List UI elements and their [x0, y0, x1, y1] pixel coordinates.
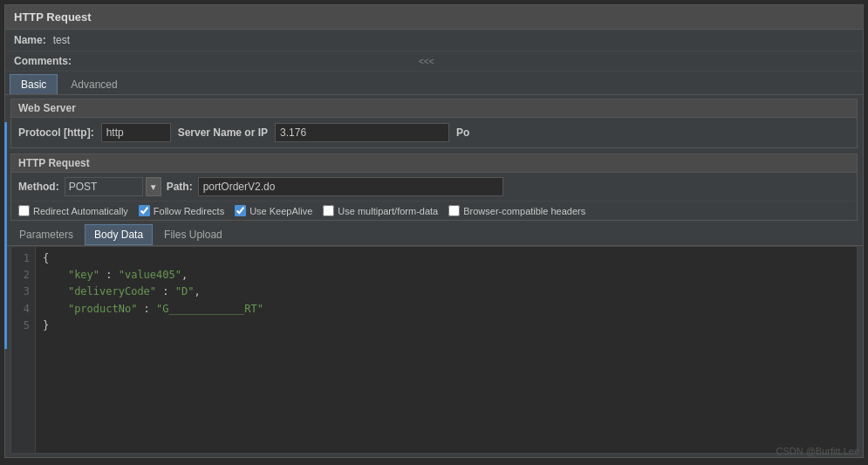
- checkbox-redirect-auto: Redirect Automatically: [18, 205, 128, 216]
- comments-arrows: <<<: [419, 57, 434, 66]
- code-editor: 1 2 3 4 5 { "key" : "value405", "deliver…: [10, 246, 858, 454]
- name-value: test: [53, 34, 70, 46]
- path-label: Path:: [167, 181, 193, 193]
- method-select[interactable]: POST GET PUT DELETE: [65, 177, 143, 196]
- line-num-1: 1: [24, 252, 30, 264]
- checkbox-multipart-input[interactable]: [323, 205, 334, 216]
- line-num-5: 5: [24, 319, 30, 332]
- tab-parameters[interactable]: Parameters: [10, 224, 83, 245]
- code-body[interactable]: { "key" : "value405", "deliveryCode" : "…: [36, 247, 857, 453]
- checkbox-follow-redirects: Follow Redirects: [139, 205, 224, 216]
- http-request-title: HTTP Request: [11, 154, 857, 173]
- tab-files-upload[interactable]: Files Upload: [154, 224, 232, 245]
- comments-label: Comments:: [14, 55, 72, 67]
- checkbox-browser-compat: Browser-compatible headers: [448, 205, 585, 216]
- line-numbers: 1 2 3 4 5: [11, 247, 36, 453]
- method-select-wrap: POST GET PUT DELETE ▼: [65, 177, 161, 196]
- tab-advanced[interactable]: Advanced: [59, 74, 128, 94]
- protocol-label: Protocol [http]:: [18, 127, 94, 139]
- watermark: CSDN @Burfitt.Lee: [776, 446, 859, 456]
- checkbox-redirect-auto-input[interactable]: [18, 205, 30, 216]
- path-input[interactable]: [198, 177, 503, 196]
- checkbox-redirect-auto-label: Redirect Automatically: [33, 206, 128, 216]
- checkbox-browser-compat-input[interactable]: [448, 205, 460, 216]
- checkbox-browser-compat-label: Browser-compatible headers: [463, 206, 585, 216]
- main-tabs: Basic Advanced: [5, 72, 863, 95]
- tab-basic[interactable]: Basic: [10, 74, 58, 94]
- web-server-title: Web Server: [11, 99, 857, 118]
- tab-body-data[interactable]: Body Data: [85, 224, 153, 245]
- name-label: Name:: [14, 34, 46, 46]
- checkbox-keepalive-input[interactable]: [235, 205, 246, 216]
- web-server-section: Web Server Protocol [http]: Server Name …: [10, 99, 858, 148]
- checkboxes-row: Redirect Automatically Follow Redirects …: [11, 201, 857, 220]
- line-num-4: 4: [24, 303, 30, 315]
- protocol-input[interactable]: [101, 123, 171, 142]
- checkbox-multipart-label: Use multipart/form-data: [338, 206, 438, 216]
- server-input[interactable]: [275, 123, 449, 142]
- checkbox-keepalive-label: Use KeepAlive: [249, 206, 312, 216]
- http-request-inner: Method: POST GET PUT DELETE ▼ Path:: [11, 173, 857, 201]
- checkbox-multipart: Use multipart/form-data: [323, 205, 438, 216]
- web-server-content: Protocol [http]: Server Name or IP Po: [11, 118, 857, 147]
- line-num-2: 2: [24, 269, 30, 281]
- method-dropdown-arrow[interactable]: ▼: [146, 177, 161, 196]
- name-row: Name: test: [5, 30, 863, 51]
- body-tabs: Parameters Body Data Files Upload: [5, 222, 863, 246]
- comments-row: Comments: <<<: [5, 51, 863, 72]
- method-label: Method:: [18, 181, 59, 193]
- dialog-title: HTTP Request: [5, 5, 863, 30]
- left-accent-bar: [4, 122, 7, 349]
- server-label: Server Name or IP: [178, 127, 268, 139]
- port-label: Po: [456, 127, 469, 139]
- line-num-3: 3: [24, 285, 30, 297]
- checkbox-follow-redirects-input[interactable]: [139, 205, 150, 216]
- checkbox-keepalive: Use KeepAlive: [235, 205, 312, 216]
- checkbox-follow-redirects-label: Follow Redirects: [154, 206, 224, 216]
- http-request-section: HTTP Request Method: POST GET PUT DELETE…: [10, 154, 858, 221]
